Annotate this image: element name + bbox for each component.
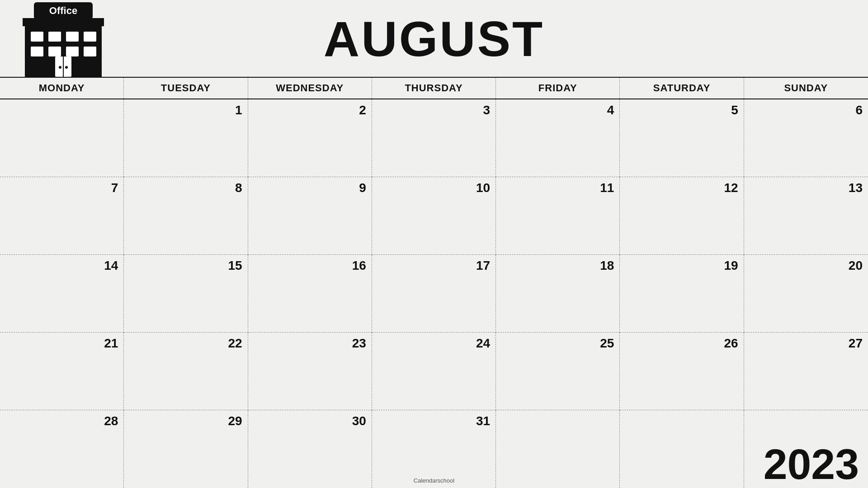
day-number: 27 xyxy=(750,336,863,351)
calendar-cell: 27 xyxy=(744,333,868,410)
day-number: 23 xyxy=(254,336,366,351)
day-headers: MONDAYTUESDAYWEDNESDAYTHURSDAYFRIDAYSATU… xyxy=(0,77,868,99)
day-header: WEDNESDAY xyxy=(248,78,372,99)
day-number: 19 xyxy=(625,258,738,273)
day-number: 14 xyxy=(5,258,118,273)
day-number: 24 xyxy=(377,336,490,351)
calendar-cell: 9 xyxy=(248,177,372,255)
calendar-cell: 10 xyxy=(372,177,496,255)
calendar-cell xyxy=(0,99,124,177)
calendar-cell: 5 xyxy=(620,99,744,177)
day-number: 30 xyxy=(254,414,366,428)
svg-point-14 xyxy=(59,66,61,69)
day-number: 7 xyxy=(5,181,118,195)
calendar-cell: 17 xyxy=(372,255,496,333)
day-number: 4 xyxy=(501,103,614,117)
page: Office AUGUST MONDAYTUESDAYWEDNESDAYTH xyxy=(0,0,868,488)
calendar-cell: 22 xyxy=(124,333,248,410)
day-number: 31 xyxy=(377,414,490,428)
year-label: 2023 xyxy=(764,443,859,486)
calendar-cell: 21 xyxy=(0,333,124,410)
calendar-cell: 2 xyxy=(248,99,372,177)
svg-rect-7 xyxy=(84,32,96,42)
calendar-cell: 18 xyxy=(496,255,620,333)
day-number: 15 xyxy=(129,258,242,273)
day-number: 8 xyxy=(129,181,242,195)
day-number: 9 xyxy=(254,181,366,195)
day-number: 6 xyxy=(750,103,863,117)
calendar-cell: 16 xyxy=(248,255,372,333)
day-number: 12 xyxy=(625,181,738,195)
svg-point-15 xyxy=(65,66,68,69)
calendar-cell: 15 xyxy=(124,255,248,333)
day-header: MONDAY xyxy=(0,78,124,99)
day-number: 1 xyxy=(129,103,242,117)
day-header: FRIDAY xyxy=(496,78,620,99)
day-number: 5 xyxy=(625,103,738,117)
header: Office AUGUST xyxy=(0,0,868,77)
calendar-cell: 28 xyxy=(0,410,124,488)
calendar-cell: 3 xyxy=(372,99,496,177)
day-header: THURSDAY xyxy=(372,78,496,99)
svg-rect-6 xyxy=(66,32,79,42)
svg-rect-4 xyxy=(31,32,43,42)
day-number: 20 xyxy=(750,258,863,273)
svg-text:Office: Office xyxy=(49,5,77,16)
day-number: 16 xyxy=(254,258,366,273)
calendar-cell: 23 xyxy=(248,333,372,410)
calendar-cell: 1 xyxy=(124,99,248,177)
day-number: 18 xyxy=(501,258,614,273)
calendar-cell: 24 xyxy=(372,333,496,410)
office-building-icon: Office xyxy=(14,2,113,77)
calendar-cell: 8 xyxy=(124,177,248,255)
day-header: TUESDAY xyxy=(124,78,248,99)
day-number: 13 xyxy=(750,181,863,195)
calendar-cell: 12 xyxy=(620,177,744,255)
day-number: 21 xyxy=(5,336,118,351)
calendar-cell: 20 xyxy=(744,255,868,333)
calendar-cell: 7 xyxy=(0,177,124,255)
svg-rect-10 xyxy=(66,47,79,56)
calendar-cell xyxy=(496,410,620,488)
attribution: Calendarschool xyxy=(414,475,454,486)
day-number: 29 xyxy=(129,414,242,428)
month-title: AUGUST xyxy=(324,10,544,67)
svg-rect-8 xyxy=(31,47,43,56)
calendar-cell: 14 xyxy=(0,255,124,333)
day-number: 25 xyxy=(501,336,614,351)
day-number: 2 xyxy=(254,103,366,117)
day-number: 26 xyxy=(625,336,738,351)
calendar-cell: 6 xyxy=(744,99,868,177)
day-number: 28 xyxy=(5,414,118,428)
calendar-cell: 26 xyxy=(620,333,744,410)
calendar-cell: 13 xyxy=(744,177,868,255)
day-number: 10 xyxy=(377,181,490,195)
svg-rect-2 xyxy=(23,18,104,26)
day-header: SATURDAY xyxy=(620,78,744,99)
calendar-cell xyxy=(620,410,744,488)
day-number: 3 xyxy=(377,103,490,117)
calendar-cell: 4 xyxy=(496,99,620,177)
day-number: 22 xyxy=(129,336,242,351)
calendar-cell: 25 xyxy=(496,333,620,410)
calendar-cell: 29 xyxy=(124,410,248,488)
calendar-cell: 30 xyxy=(248,410,372,488)
day-header: SUNDAY xyxy=(744,78,868,99)
svg-rect-9 xyxy=(48,47,61,56)
calendar-cell: 19 xyxy=(620,255,744,333)
day-number: 11 xyxy=(501,181,614,195)
calendar-grid: 1234567891011121314151617181920212223242… xyxy=(0,99,868,488)
svg-rect-11 xyxy=(84,47,96,56)
svg-rect-5 xyxy=(48,32,61,42)
calendar-cell: 11 xyxy=(496,177,620,255)
day-number: 17 xyxy=(377,258,490,273)
